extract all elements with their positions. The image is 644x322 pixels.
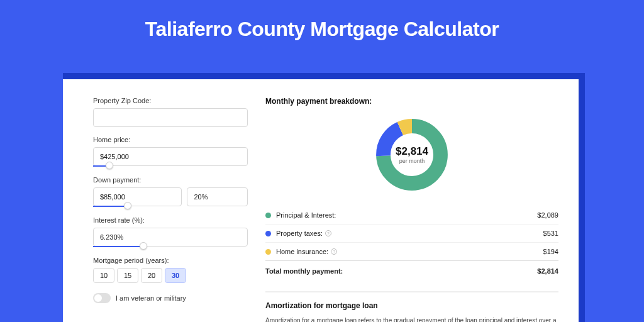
- legend-label: Principal & Interest:: [276, 211, 537, 219]
- rate-slider-fill: [93, 246, 140, 247]
- period-btn-20[interactable]: 20: [141, 268, 162, 283]
- zip-input[interactable]: [93, 108, 248, 127]
- down-input-row: [93, 187, 248, 206]
- rate-group: Interest rate (%):: [93, 216, 248, 248]
- price-group: Home price:: [93, 136, 248, 167]
- calculator-card: Property Zip Code: Home price: Down paym…: [63, 79, 579, 322]
- veteran-label: I am veteran or military: [116, 294, 186, 302]
- page-title: Taliaferro County Mortgage Calculator: [0, 0, 644, 52]
- legend-row: Principal & Interest:$2,089: [265, 206, 558, 224]
- rate-input[interactable]: [93, 228, 248, 247]
- veteran-row: I am veteran or military: [93, 293, 248, 303]
- price-slider-fill: [93, 165, 106, 167]
- price-input[interactable]: [93, 147, 248, 166]
- period-btn-15[interactable]: 15: [117, 268, 138, 283]
- period-buttons: 10152030: [93, 268, 248, 283]
- down-label: Down payment:: [93, 176, 248, 184]
- breakdown-column: Monthly payment breakdown: $2,814 per mo…: [265, 97, 558, 322]
- legend-value: $194: [543, 248, 558, 255]
- down-slider-fill: [93, 206, 124, 207]
- donut-wrap: $2,814 per month: [265, 112, 558, 206]
- legend-dot: [265, 213, 271, 218]
- info-icon[interactable]: ?: [325, 230, 331, 236]
- amort-text: Amortization for a mortgage loan refers …: [265, 316, 558, 322]
- total-label: Total monthly payment:: [265, 267, 537, 275]
- period-btn-30[interactable]: 30: [165, 268, 186, 283]
- price-slider[interactable]: [93, 165, 248, 167]
- zip-group: Property Zip Code:: [93, 97, 248, 127]
- legend-label: Home insurance: ?: [276, 248, 543, 255]
- veteran-toggle[interactable]: [93, 293, 111, 303]
- total-value: $2,814: [537, 267, 558, 275]
- period-label: Mortgage period (years):: [93, 257, 248, 264]
- period-group: Mortgage period (years): 10152030: [93, 257, 248, 283]
- amort-title: Amortization for mortgage loan: [265, 301, 558, 310]
- rate-slider[interactable]: [93, 245, 248, 248]
- legend-row: Property taxes: ?$531: [265, 224, 558, 242]
- rate-label: Interest rate (%):: [93, 216, 248, 224]
- legend-dot: [265, 231, 271, 236]
- info-icon[interactable]: ?: [331, 248, 337, 255]
- legend-row: Home insurance: ?$194: [265, 242, 558, 260]
- down-group: Down payment:: [93, 176, 248, 208]
- legend-dot: [265, 249, 271, 255]
- legend: Principal & Interest:$2,089Property taxe…: [265, 206, 558, 260]
- price-label: Home price:: [93, 136, 248, 143]
- amort-section: Amortization for mortgage loan Amortizat…: [265, 291, 558, 322]
- period-btn-10[interactable]: 10: [93, 268, 114, 283]
- rate-slider-thumb[interactable]: [140, 242, 147, 250]
- legend-label: Property taxes: ?: [276, 230, 543, 237]
- donut-chart: $2,814 per month: [374, 117, 450, 192]
- total-row: Total monthly payment: $2,814: [265, 260, 558, 280]
- form-column: Property Zip Code: Home price: Down paym…: [93, 97, 248, 322]
- down-slider-thumb[interactable]: [124, 202, 131, 209]
- down-amount-input[interactable]: [93, 187, 182, 206]
- donut-sub: per month: [399, 158, 425, 164]
- legend-value: $531: [543, 230, 558, 237]
- breakdown-title: Monthly payment breakdown:: [265, 97, 558, 106]
- donut-amount: $2,814: [396, 145, 428, 158]
- donut-center: $2,814 per month: [374, 117, 450, 192]
- zip-label: Property Zip Code:: [93, 97, 248, 104]
- down-slider[interactable]: [93, 205, 248, 208]
- legend-value: $2,089: [537, 211, 558, 219]
- down-percent-input[interactable]: [187, 187, 248, 206]
- price-slider-thumb[interactable]: [106, 162, 113, 169]
